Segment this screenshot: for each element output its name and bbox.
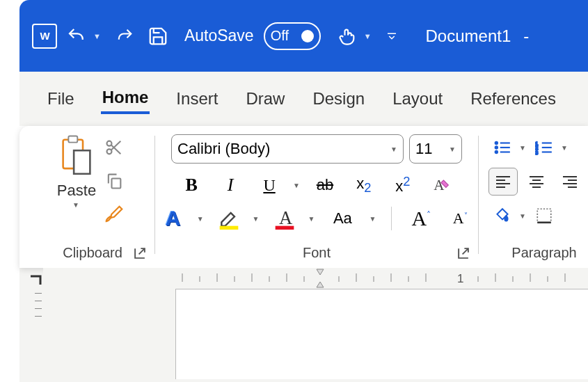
paintbrush-icon — [104, 204, 125, 225]
separator — [154, 136, 155, 254]
font-color-dropdown-icon[interactable]: ▼ — [308, 215, 315, 223]
customize-qat-button[interactable] — [381, 22, 402, 50]
svg-text:A: A — [279, 207, 293, 228]
group-clipboard: Paste ▼ Clipboard — [33, 132, 152, 268]
group-font: Calibri (Body) ▼ 11 ▼ B I U ▼ ab x2 x2 A… — [158, 132, 475, 268]
document-title: Document1 — [426, 26, 511, 46]
svg-point-15 — [495, 146, 498, 148]
ruler-mark-1: 1 — [457, 272, 463, 286]
font-group-label: Font — [158, 245, 475, 261]
touch-mode-button[interactable] — [333, 22, 361, 50]
touch-dropdown-icon[interactable]: ▼ — [364, 32, 372, 40]
text-effects-button[interactable]: A — [159, 205, 187, 232]
svg-rect-37 — [537, 209, 551, 223]
document-area: 1 2 — [19, 268, 588, 382]
shading-dropdown-icon[interactable]: ▼ — [519, 212, 526, 220]
group-paragraph: ▼ 123 ▼ ▼ Paragraph — [482, 132, 586, 268]
svg-rect-10 — [219, 226, 238, 230]
svg-point-4 — [107, 141, 112, 146]
text-effects-dropdown-icon[interactable]: ▼ — [197, 215, 204, 223]
clear-formatting-button[interactable]: A — [428, 172, 456, 198]
autosave-label: AutoSave — [184, 26, 254, 45]
horizontal-ruler[interactable]: 1 2 — [43, 268, 588, 289]
change-case-button[interactable]: Aa — [326, 205, 359, 232]
numbering-dropdown-icon[interactable]: ▼ — [561, 144, 568, 152]
tab-insert[interactable]: Insert — [175, 85, 219, 113]
save-button[interactable] — [144, 22, 172, 50]
copy-icon — [104, 171, 124, 191]
separator — [391, 207, 392, 230]
underline-button[interactable]: U — [255, 172, 283, 198]
svg-rect-8 — [112, 179, 121, 189]
highlight-button[interactable] — [215, 205, 243, 232]
superscript-button[interactable]: x2 — [389, 172, 417, 198]
svg-text:3: 3 — [535, 150, 538, 155]
paste-icon — [58, 134, 95, 177]
ribbon: Paste ▼ Clipboard Calibri (Body) — [19, 126, 588, 268]
svg-point-17 — [495, 151, 498, 153]
align-left-button[interactable] — [488, 168, 518, 196]
italic-button[interactable]: I — [216, 172, 244, 198]
borders-button[interactable] — [530, 202, 558, 229]
redo-button[interactable] — [111, 22, 138, 50]
cut-button[interactable] — [100, 134, 128, 161]
copy-button[interactable] — [100, 168, 128, 194]
font-size-value: 11 — [415, 140, 432, 158]
font-color-button[interactable]: A — [271, 205, 299, 232]
tab-file[interactable]: File — [46, 85, 76, 113]
paste-dropdown-icon[interactable]: ▼ — [72, 201, 79, 209]
bullets-dropdown-icon[interactable]: ▼ — [519, 144, 526, 152]
word-app-icon: W — [32, 24, 57, 49]
title-bar: W ▼ AutoSave Off ▼ Document1 - — [19, 0, 588, 72]
title-separator: - — [523, 26, 529, 46]
tab-layout[interactable]: Layout — [391, 85, 444, 113]
clipboard-launcher-icon[interactable] — [132, 246, 148, 261]
bold-button[interactable]: B — [177, 172, 205, 198]
svg-point-5 — [107, 149, 112, 154]
highlight-dropdown-icon[interactable]: ▼ — [253, 215, 260, 223]
paragraph-group-label: Paragraph — [482, 245, 588, 261]
align-center-button[interactable] — [522, 168, 551, 196]
font-size-combo[interactable]: 11 ▼ — [409, 134, 462, 164]
chevron-down-icon: ▼ — [390, 145, 397, 153]
undo-dropdown-icon[interactable]: ▼ — [93, 32, 101, 40]
format-painter-button[interactable] — [100, 201, 128, 228]
svg-marker-60 — [317, 282, 324, 287]
autosave-state: Off — [271, 28, 289, 44]
paste-label: Paste — [57, 182, 96, 200]
svg-rect-2 — [68, 136, 77, 143]
undo-button[interactable] — [63, 22, 90, 50]
shading-button[interactable] — [488, 202, 516, 229]
underline-dropdown-icon[interactable]: ▼ — [293, 182, 300, 189]
tab-references[interactable]: References — [469, 85, 557, 113]
svg-rect-12 — [275, 226, 294, 230]
grow-font-button[interactable]: A˄ — [407, 205, 435, 232]
tab-draw[interactable]: Draw — [244, 85, 286, 113]
tab-design[interactable]: Design — [311, 85, 366, 113]
shrink-font-button[interactable]: A˅ — [446, 205, 474, 232]
font-name-combo[interactable]: Calibri (Body) ▼ — [171, 134, 404, 164]
chevron-down-icon: ▼ — [449, 145, 456, 153]
numbering-button[interactable]: 123 — [530, 134, 558, 161]
svg-rect-3 — [74, 150, 90, 174]
autosave-toggle[interactable]: Off — [264, 22, 321, 50]
document-page[interactable] — [175, 289, 588, 379]
font-name-value: Calibri (Body) — [177, 140, 270, 158]
ribbon-tabs: File Home Insert Draw Design Layout Refe… — [19, 72, 588, 126]
paste-button[interactable]: Paste ▼ — [57, 134, 96, 228]
subscript-button[interactable]: x2 — [350, 172, 378, 198]
separator — [478, 136, 479, 254]
scissors-icon — [104, 138, 124, 157]
font-launcher-icon[interactable] — [456, 246, 471, 261]
change-case-dropdown-icon[interactable]: ▼ — [369, 215, 376, 223]
strikethrough-button[interactable]: ab — [311, 172, 339, 198]
vertical-ruler — [19, 268, 43, 382]
tab-home[interactable]: Home — [101, 83, 150, 114]
toggle-knob — [301, 30, 314, 42]
bullets-button[interactable] — [488, 134, 516, 161]
word-icon-label: W — [40, 30, 49, 42]
align-right-button[interactable] — [555, 168, 585, 196]
svg-point-13 — [495, 142, 498, 144]
svg-marker-59 — [317, 269, 324, 275]
